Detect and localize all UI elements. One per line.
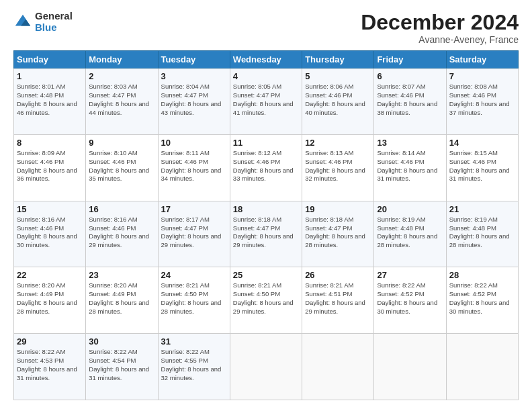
sunrise-label: Sunrise: 8:18 AM xyxy=(305,216,353,223)
daylight-label: Daylight: 8 hours and 40 minutes. xyxy=(305,100,365,116)
day-number: 28 xyxy=(449,270,515,280)
day-number: 25 xyxy=(233,270,299,280)
table-row: 9 Sunrise: 8:10 AM Sunset: 4:46 PM Dayli… xyxy=(86,134,158,201)
sunset-label: Sunset: 4:46 PM xyxy=(17,158,64,165)
sunset-label: Sunset: 4:47 PM xyxy=(161,91,208,99)
day-info: Sunrise: 8:04 AM Sunset: 4:47 PM Dayligh… xyxy=(161,83,227,117)
table-row: 5 Sunrise: 8:06 AM Sunset: 4:46 PM Dayli… xyxy=(302,68,374,135)
day-number: 31 xyxy=(161,336,227,347)
day-info: Sunrise: 8:11 AM Sunset: 4:46 PM Dayligh… xyxy=(161,149,227,183)
day-number: 9 xyxy=(89,138,154,148)
table-row: 26 Sunrise: 8:21 AM Sunset: 4:51 PM Dayl… xyxy=(302,267,374,334)
day-number: 17 xyxy=(161,204,227,214)
day-info: Sunrise: 8:10 AM Sunset: 4:46 PM Dayligh… xyxy=(89,149,154,183)
sunset-label: Sunset: 4:46 PM xyxy=(305,158,352,165)
page: General Blue December 2024 Avanne-Aveney… xyxy=(0,0,532,411)
day-info: Sunrise: 8:13 AM Sunset: 4:46 PM Dayligh… xyxy=(305,149,371,183)
sunset-label: Sunset: 4:48 PM xyxy=(449,224,496,232)
sunset-label: Sunset: 4:46 PM xyxy=(161,158,208,165)
day-info: Sunrise: 8:06 AM Sunset: 4:46 PM Dayligh… xyxy=(305,83,371,117)
daylight-label: Daylight: 8 hours and 31 minutes. xyxy=(17,365,77,381)
sunset-label: Sunset: 4:47 PM xyxy=(89,91,136,99)
sunrise-label: Sunrise: 8:21 AM xyxy=(233,281,281,289)
title-block: December 2024 Avanne-Aveney, France xyxy=(361,11,519,45)
day-info: Sunrise: 8:08 AM Sunset: 4:46 PM Dayligh… xyxy=(449,83,515,117)
table-row: 21 Sunrise: 8:19 AM Sunset: 4:48 PM Dayl… xyxy=(446,201,518,267)
day-number: 5 xyxy=(305,71,371,81)
th-sunday: Sunday xyxy=(14,51,86,68)
th-thursday: Thursday xyxy=(302,51,374,68)
daylight-label: Daylight: 8 hours and 44 minutes. xyxy=(89,100,149,116)
table-row: 31 Sunrise: 8:22 AM Sunset: 4:55 PM Dayl… xyxy=(158,334,230,400)
daylight-label: Daylight: 8 hours and 31 minutes. xyxy=(377,167,437,183)
day-number: 16 xyxy=(89,204,154,214)
sunset-label: Sunset: 4:46 PM xyxy=(17,224,64,232)
sunset-label: Sunset: 4:46 PM xyxy=(89,224,136,232)
sunset-label: Sunset: 4:46 PM xyxy=(449,91,496,99)
header: General Blue December 2024 Avanne-Aveney… xyxy=(13,11,519,45)
day-info: Sunrise: 8:03 AM Sunset: 4:47 PM Dayligh… xyxy=(89,83,154,117)
calendar-week-row: 22 Sunrise: 8:20 AM Sunset: 4:49 PM Dayl… xyxy=(14,267,519,334)
day-number: 30 xyxy=(89,336,154,347)
daylight-label: Daylight: 8 hours and 38 minutes. xyxy=(377,100,437,116)
day-number: 18 xyxy=(233,204,299,214)
calendar-week-row: 15 Sunrise: 8:16 AM Sunset: 4:46 PM Dayl… xyxy=(14,201,519,267)
th-wednesday: Wednesday xyxy=(230,51,302,68)
table-row: 15 Sunrise: 8:16 AM Sunset: 4:46 PM Dayl… xyxy=(14,201,86,267)
calendar-week-row: 8 Sunrise: 8:09 AM Sunset: 4:46 PM Dayli… xyxy=(14,134,519,201)
sunset-label: Sunset: 4:48 PM xyxy=(17,91,64,99)
daylight-label: Daylight: 8 hours and 46 minutes. xyxy=(17,100,77,116)
table-row: 10 Sunrise: 8:11 AM Sunset: 4:46 PM Dayl… xyxy=(158,134,230,201)
month-title: December 2024 xyxy=(361,11,519,34)
day-number: 11 xyxy=(233,138,299,148)
table-row: 13 Sunrise: 8:14 AM Sunset: 4:46 PM Dayl… xyxy=(374,134,446,201)
day-info: Sunrise: 8:16 AM Sunset: 4:46 PM Dayligh… xyxy=(89,216,154,250)
th-saturday: Saturday xyxy=(446,51,518,68)
sunrise-label: Sunrise: 8:04 AM xyxy=(161,83,210,90)
sunset-label: Sunset: 4:53 PM xyxy=(17,357,64,364)
sunrise-label: Sunrise: 8:01 AM xyxy=(17,83,65,90)
daylight-label: Daylight: 8 hours and 29 minutes. xyxy=(233,232,294,248)
daylight-label: Daylight: 8 hours and 36 minutes. xyxy=(17,167,77,183)
day-info: Sunrise: 8:22 AM Sunset: 4:53 PM Dayligh… xyxy=(17,348,83,382)
th-tuesday: Tuesday xyxy=(158,51,230,68)
table-row: 2 Sunrise: 8:03 AM Sunset: 4:47 PM Dayli… xyxy=(86,68,158,135)
daylight-label: Daylight: 8 hours and 31 minutes. xyxy=(89,365,149,381)
daylight-label: Daylight: 8 hours and 28 minutes. xyxy=(377,232,437,248)
daylight-label: Daylight: 8 hours and 29 minutes. xyxy=(161,232,222,248)
day-info: Sunrise: 8:01 AM Sunset: 4:48 PM Dayligh… xyxy=(17,83,83,117)
table-row: 12 Sunrise: 8:13 AM Sunset: 4:46 PM Dayl… xyxy=(302,134,374,201)
sunrise-label: Sunrise: 8:06 AM xyxy=(305,83,353,90)
day-number: 1 xyxy=(17,71,83,81)
logo: General Blue xyxy=(13,11,73,33)
sunrise-label: Sunrise: 8:05 AM xyxy=(233,83,281,90)
sunrise-label: Sunrise: 8:22 AM xyxy=(161,348,210,355)
day-info: Sunrise: 8:19 AM Sunset: 4:48 PM Dayligh… xyxy=(377,216,443,250)
table-row: 20 Sunrise: 8:19 AM Sunset: 4:48 PM Dayl… xyxy=(374,201,446,267)
daylight-label: Daylight: 8 hours and 32 minutes. xyxy=(161,365,222,381)
sunset-label: Sunset: 4:55 PM xyxy=(161,357,208,364)
sunset-label: Sunset: 4:48 PM xyxy=(377,224,424,232)
sunrise-label: Sunrise: 8:17 AM xyxy=(161,216,210,223)
daylight-label: Daylight: 8 hours and 28 minutes. xyxy=(305,232,365,248)
daylight-label: Daylight: 8 hours and 35 minutes. xyxy=(89,167,149,183)
day-info: Sunrise: 8:18 AM Sunset: 4:47 PM Dayligh… xyxy=(233,216,299,250)
sunset-label: Sunset: 4:51 PM xyxy=(305,290,352,298)
sunrise-label: Sunrise: 8:08 AM xyxy=(449,83,498,90)
sunrise-label: Sunrise: 8:12 AM xyxy=(233,149,281,156)
daylight-label: Daylight: 8 hours and 32 minutes. xyxy=(305,167,365,183)
daylight-label: Daylight: 8 hours and 34 minutes. xyxy=(161,167,222,183)
sunrise-label: Sunrise: 8:18 AM xyxy=(233,216,281,223)
sunset-label: Sunset: 4:46 PM xyxy=(449,158,496,165)
daylight-label: Daylight: 8 hours and 30 minutes. xyxy=(377,299,437,315)
calendar-week-row: 1 Sunrise: 8:01 AM Sunset: 4:48 PM Dayli… xyxy=(14,68,519,135)
daylight-label: Daylight: 8 hours and 30 minutes. xyxy=(449,299,510,315)
daylight-label: Daylight: 8 hours and 41 minutes. xyxy=(233,100,294,116)
sunset-label: Sunset: 4:46 PM xyxy=(377,158,424,165)
sunset-label: Sunset: 4:47 PM xyxy=(233,224,280,232)
day-info: Sunrise: 8:05 AM Sunset: 4:47 PM Dayligh… xyxy=(233,83,299,117)
sunset-label: Sunset: 4:47 PM xyxy=(161,224,208,232)
sunrise-label: Sunrise: 8:19 AM xyxy=(449,216,498,223)
day-number: 14 xyxy=(449,138,515,148)
day-number: 7 xyxy=(449,71,515,81)
